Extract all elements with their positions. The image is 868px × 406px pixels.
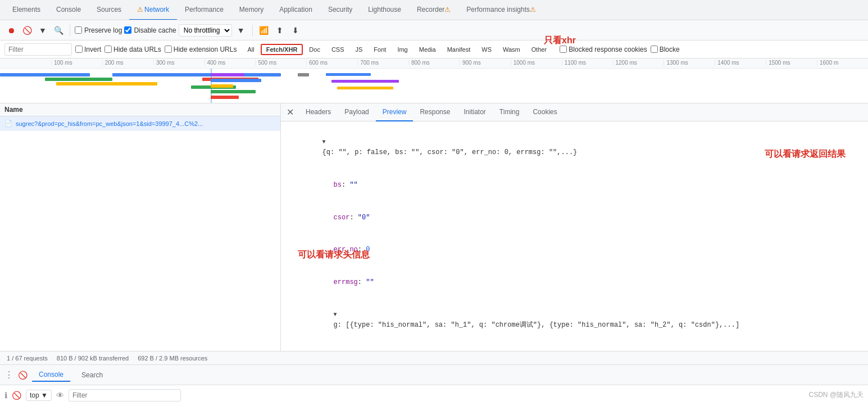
tab-sources[interactable]: Sources: [89, 0, 129, 20]
download-icon[interactable]: ⬇: [289, 24, 302, 37]
tab-recorder[interactable]: Recorder ⚠: [409, 0, 458, 20]
type-btn-fetch-xhr[interactable]: Fetch/XHR: [261, 44, 303, 55]
perf-insights-label: Performance insights: [466, 6, 530, 13]
csdn-watermark: CSDN @随风九天: [808, 390, 864, 400]
tab-security[interactable]: Security: [320, 0, 360, 20]
waterfall-bar-1: [0, 73, 90, 76]
blocked-cookies-checkbox[interactable]: [560, 46, 567, 53]
filter-input[interactable]: [4, 43, 72, 56]
type-btn-all[interactable]: All: [242, 44, 259, 55]
tab-console[interactable]: Console: [48, 0, 89, 20]
timeline-area: 100 ms 200 ms 300 ms 400 ms 500 ms 600 m…: [0, 58, 868, 103]
context-selector[interactable]: top ▼: [26, 390, 52, 401]
bottom-tab-search[interactable]: Search: [75, 369, 110, 381]
tab-application[interactable]: Application: [271, 0, 320, 20]
wifi-icon[interactable]: 📶: [257, 24, 271, 37]
tab-memory[interactable]: Memory: [231, 0, 271, 20]
recorder-label: Recorder: [417, 6, 444, 13]
recorder-warning-icon: ⚠: [444, 6, 451, 13]
clear-button[interactable]: 🚫: [20, 24, 34, 37]
bottom-tab-console[interactable]: Console: [32, 368, 70, 382]
main-area: Name 📄 sugrec?&prod=pc_his&from=pc_web&j…: [0, 103, 868, 351]
detail-tab-initiator[interactable]: Initiator: [457, 103, 492, 121]
request-list-item[interactable]: 📄 sugrec?&prod=pc_his&from=pc_web&json=1…: [0, 116, 280, 131]
record-button[interactable]: ⏺: [4, 24, 18, 37]
eye-icon[interactable]: 👁: [56, 391, 64, 400]
type-btn-img[interactable]: Img: [392, 44, 412, 55]
tab-elements[interactable]: Elements: [4, 0, 48, 20]
throttle-dropdown-btn[interactable]: ▼: [234, 24, 248, 37]
toolbar-sep-1: [70, 25, 70, 36]
root-expand-icon[interactable]: [322, 137, 326, 147]
hide-data-urls-label[interactable]: Hide data URLs: [104, 46, 161, 53]
disable-cache-label[interactable]: Disable cache: [124, 26, 176, 34]
tab-performance[interactable]: Performance: [177, 0, 231, 20]
waterfall-bar-13: [326, 73, 371, 76]
network-toolbar: ⏺ 🚫 ▼ 🔍 Preserve log Disable cache No th…: [0, 20, 868, 40]
console-filter-input[interactable]: [69, 389, 181, 402]
type-btn-css[interactable]: CSS: [326, 44, 349, 55]
hide-extension-urls-label[interactable]: Hide extension URLs: [165, 46, 237, 53]
search-button[interactable]: 🔍: [52, 24, 65, 37]
detail-tab-timing[interactable]: Timing: [493, 103, 526, 121]
type-btn-doc[interactable]: Doc: [304, 44, 325, 55]
waterfall-bar-15: [337, 87, 393, 89]
waterfall-bar-14: [331, 80, 399, 83]
preview-content[interactable]: {q: "", p: false, bs: "", csor: "0", err…: [281, 121, 868, 351]
timeline-ruler: 100 ms 200 ms 300 ms 400 ms 500 ms 600 m…: [0, 58, 868, 69]
type-btn-font[interactable]: Font: [369, 44, 391, 55]
detail-tab-headers[interactable]: Headers: [299, 103, 338, 121]
waterfall-bar-8: [211, 79, 261, 82]
waterfall-bar-2: [45, 78, 112, 81]
upload-icon[interactable]: ⬆: [273, 24, 287, 37]
tab-network[interactable]: ⚠ Network: [129, 0, 177, 20]
g-expand-icon[interactable]: [334, 309, 337, 320]
network-warning-icon: ⚠: [137, 6, 143, 13]
tab-lighthouse[interactable]: Lighthouse: [360, 0, 409, 20]
tab-performance-insights[interactable]: Performance insights ⚠: [458, 0, 544, 20]
filter-button[interactable]: ▼: [36, 24, 49, 37]
requests-count: 1 / 67 requests: [7, 355, 48, 362]
console-block-icon[interactable]: 🚫: [12, 391, 21, 400]
waterfall-bar-11: [211, 96, 239, 99]
throttle-select[interactable]: No throttling Fast 3G Slow 3G: [179, 24, 232, 37]
detail-tab-response[interactable]: Response: [413, 103, 457, 121]
bottom-bar-clear-icon[interactable]: 🚫: [18, 371, 28, 380]
hide-data-urls-checkbox[interactable]: [104, 46, 112, 53]
json-root-line: {q: "", p: false, bs: "", csor: "0", err…: [290, 126, 859, 169]
type-btn-js[interactable]: JS: [351, 44, 368, 55]
tab-network-label: Network: [144, 6, 169, 13]
type-btn-manifest[interactable]: Manifest: [442, 44, 476, 55]
invert-checkbox[interactable]: [75, 46, 83, 53]
preserve-log-checkbox[interactable]: [75, 26, 82, 34]
preserve-log-label[interactable]: Preserve log: [75, 26, 122, 34]
bottom-bar: ⋮ 🚫 Console Search: [0, 364, 868, 385]
json-field-bs: bs: "": [290, 169, 859, 202]
filter-bar: Invert Hide data URLs Hide extension URL…: [0, 40, 868, 58]
console-info-icon[interactable]: ℹ: [4, 391, 7, 400]
blocked-cookies-label[interactable]: Blocked response cookies: [560, 46, 647, 53]
blocked2-checkbox[interactable]: [651, 46, 658, 53]
detail-tab-cookies[interactable]: Cookies: [526, 103, 563, 121]
perf-insights-warning-icon: ⚠: [530, 6, 536, 13]
json-field-csor: csor: "0": [290, 201, 859, 234]
type-btn-wasm[interactable]: Wasm: [498, 44, 525, 55]
close-detail-button[interactable]: ✕: [283, 106, 297, 119]
detail-tab-preview[interactable]: Preview: [376, 103, 413, 121]
hide-extension-urls-checkbox[interactable]: [165, 46, 172, 53]
ruler-tick-1600: 1600 m: [817, 60, 868, 66]
waterfall-bar-4: [112, 73, 281, 76]
type-btn-media[interactable]: Media: [414, 44, 441, 55]
disable-cache-checkbox[interactable]: [124, 26, 131, 34]
bottom-bar-menu-icon[interactable]: ⋮: [4, 369, 13, 380]
type-btn-ws[interactable]: WS: [476, 44, 497, 55]
waterfall-bar-12: [298, 73, 309, 76]
waterfall-bar-7: [211, 73, 244, 76]
type-btn-other[interactable]: Other: [526, 44, 552, 55]
invert-checkbox-label[interactable]: Invert: [75, 46, 101, 53]
waterfall-bar-9: [211, 84, 233, 88]
blocked2-label[interactable]: Blocke: [651, 46, 680, 53]
waterfall-bar-10: [211, 90, 256, 93]
detail-tab-payload[interactable]: Payload: [338, 103, 375, 121]
ruler-tick-200: 200 ms: [102, 60, 153, 66]
